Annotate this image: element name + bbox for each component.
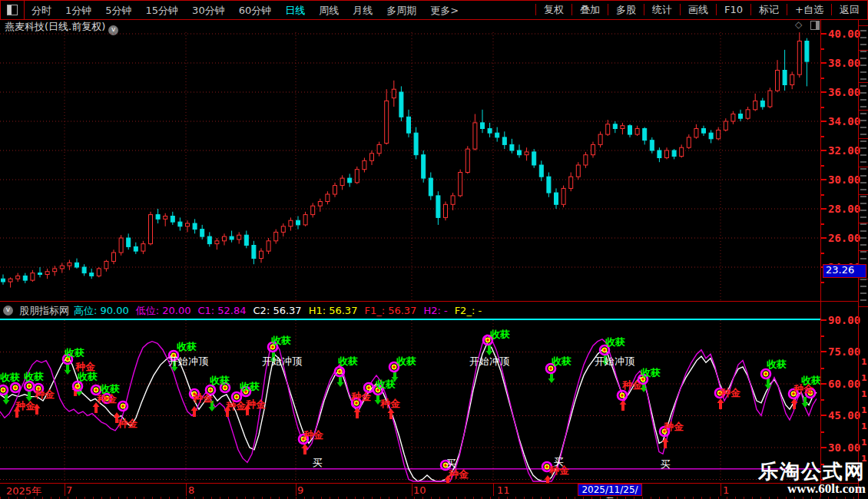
harvest-label: 收获 bbox=[0, 372, 20, 383]
flower-marker-core bbox=[549, 367, 552, 369]
indicator-param: C1: 52.84 bbox=[197, 305, 246, 316]
period-tabs: 分时1分钟5分钟15分钟30分钟60分钟日线周线月线多周期更多> bbox=[1, 1, 465, 19]
sell-arrow-icon bbox=[486, 345, 493, 355]
pane-divider[interactable] bbox=[0, 301, 858, 302]
action-button-叠加[interactable]: 叠加 bbox=[571, 4, 608, 15]
axis-tick bbox=[821, 319, 827, 321]
strip-glyph bbox=[860, 203, 866, 204]
candle-body bbox=[658, 150, 661, 158]
period-tab-30分钟[interactable]: 30分钟 bbox=[185, 5, 232, 16]
period-tab-更多>[interactable]: 更多> bbox=[423, 5, 465, 16]
month-label-11: 11 bbox=[497, 484, 510, 496]
topping-label: 开始冲顶 bbox=[168, 355, 209, 367]
candle-body bbox=[230, 236, 234, 240]
price-marker-box: 23.26 bbox=[823, 264, 866, 278]
axis-minor-tick bbox=[821, 223, 824, 225]
period-tab-60分钟[interactable]: 60分钟 bbox=[232, 5, 279, 16]
strip-digit: 1 bbox=[861, 421, 867, 431]
axis-minor-tick bbox=[821, 48, 824, 50]
diamond-icon[interactable]: ◇ bbox=[795, 19, 802, 30]
candle-body bbox=[797, 41, 801, 75]
harvest-label: 收获 bbox=[490, 329, 510, 340]
strip-glyph bbox=[860, 161, 866, 163]
selected-date-box: 2025/11/25/二 bbox=[578, 484, 642, 496]
strip-glyph bbox=[860, 223, 866, 225]
candle-body bbox=[45, 272, 49, 275]
topping-label: 开始冲顶 bbox=[595, 355, 635, 367]
strip-digit: 1 bbox=[861, 438, 867, 448]
flower-marker-core bbox=[14, 386, 16, 388]
candle-body bbox=[355, 170, 359, 183]
indicator-param: F1_: 56.37 bbox=[364, 305, 416, 316]
main-axis-label: 30.00 bbox=[828, 173, 860, 186]
candle-body bbox=[215, 241, 219, 244]
strip-glyph bbox=[860, 44, 866, 45]
strip-glyph bbox=[860, 64, 866, 66]
period-tab-多周期[interactable]: 多周期 bbox=[379, 5, 423, 16]
strip-separator bbox=[859, 138, 868, 139]
main-axis-label: 36.00 bbox=[828, 86, 860, 98]
candle-body bbox=[104, 261, 108, 269]
indicator-axis-label: 30.00 bbox=[828, 441, 860, 454]
candle-body bbox=[805, 41, 809, 62]
action-button-画线[interactable]: 画线 bbox=[680, 4, 716, 15]
flower-marker-core bbox=[486, 339, 489, 341]
harvest-label: 收获 bbox=[767, 359, 787, 370]
flower-marker-core bbox=[545, 465, 548, 468]
harvest-label: 收获 bbox=[396, 355, 416, 367]
harvest-label: 收获 bbox=[240, 381, 260, 392]
candle-body bbox=[429, 178, 432, 196]
main-axis-label: 40.00 bbox=[828, 28, 860, 40]
flower-marker-core bbox=[2, 388, 4, 391]
plant-label: 种金 bbox=[793, 383, 814, 395]
candle-body bbox=[694, 129, 698, 137]
month-separator bbox=[296, 484, 297, 496]
period-tab-日线[interactable]: 日线 bbox=[278, 5, 312, 16]
period-tab-5分钟[interactable]: 5分钟 bbox=[98, 5, 138, 16]
strip-separator bbox=[859, 194, 868, 195]
period-tab-月线[interactable]: 月线 bbox=[346, 5, 379, 16]
period-tab-周线[interactable]: 周线 bbox=[312, 5, 346, 16]
month-separator bbox=[65, 484, 65, 496]
candle-body bbox=[171, 216, 174, 223]
candle-body bbox=[606, 124, 610, 134]
strip-separator bbox=[859, 167, 868, 167]
candle-body bbox=[90, 273, 94, 276]
plant-label: 种金 bbox=[15, 400, 36, 411]
candle-body bbox=[665, 150, 669, 158]
watermark-url: www.60lt.com bbox=[758, 482, 866, 496]
candle-body bbox=[82, 267, 86, 273]
watermark-site-name: 乐淘公式网 bbox=[758, 461, 866, 482]
harvest-label: 收获 bbox=[641, 367, 661, 378]
axis-tick bbox=[821, 150, 827, 151]
layout-toggle-icon[interactable] bbox=[7, 5, 18, 15]
strip-glyph bbox=[860, 286, 866, 287]
indicator-param: 低位: 20.00 bbox=[136, 305, 191, 316]
topping-label: 开始冲顶 bbox=[262, 355, 303, 367]
action-button-复权[interactable]: 复权 bbox=[535, 4, 571, 15]
plant-label: 种金 bbox=[350, 391, 372, 402]
flower-marker-core bbox=[367, 386, 369, 388]
period-tab-1分钟[interactable]: 1分钟 bbox=[58, 5, 98, 16]
panel-split-icon[interactable] bbox=[810, 21, 820, 30]
action-button-多股[interactable]: 多股 bbox=[608, 4, 644, 15]
period-tab-15分钟[interactable]: 15分钟 bbox=[139, 5, 186, 16]
action-button-F10[interactable]: F10 bbox=[716, 4, 750, 15]
action-button-统计[interactable]: 统计 bbox=[644, 4, 680, 15]
period-tab-分时[interactable]: 分时 bbox=[25, 5, 58, 16]
action-button-+自选[interactable]: +自选 bbox=[787, 4, 831, 15]
harvest-label: 收获 bbox=[605, 336, 625, 348]
strip-glyph bbox=[860, 189, 866, 190]
axis-minor-tick bbox=[821, 399, 824, 401]
collapse-icon[interactable]: v bbox=[3, 306, 13, 316]
action-button-标记[interactable]: 标记 bbox=[750, 4, 787, 15]
action-button-group: 复权叠加多股统计画线F10标记+自选返回 bbox=[535, 1, 867, 19]
flower-marker-core bbox=[235, 395, 237, 398]
indicator-name[interactable]: 股朋指标网 bbox=[19, 304, 69, 318]
candle-body bbox=[370, 154, 374, 161]
strip-glyph bbox=[860, 299, 866, 301]
month-separator bbox=[493, 484, 494, 496]
candle-body bbox=[746, 110, 750, 118]
harvest-label: 收获 bbox=[177, 341, 197, 352]
action-button-返回[interactable]: 返回 bbox=[831, 4, 867, 15]
